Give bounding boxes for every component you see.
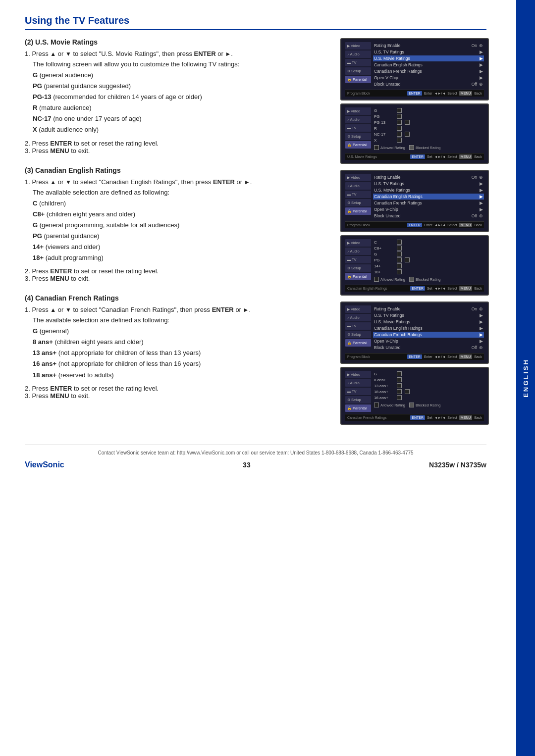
r3-18ans-label: 18 ans+ xyxy=(374,390,394,394)
r3-G-label: G xyxy=(374,372,394,376)
r2-C8-label: C8+ xyxy=(374,246,394,251)
enter-key-r3: ENTER xyxy=(410,415,425,420)
m3-us-movie-label: U.S. Movie Ratings xyxy=(374,319,480,324)
bottom-bar-2: Program Block ENTER Enter ◄►/◄ Select ME… xyxy=(345,221,484,228)
s2-tv: ▬TV xyxy=(345,191,371,198)
r3-16ans: 16 ans+ xyxy=(373,395,484,401)
s3-tv: ▬TV xyxy=(345,322,371,330)
m2-block-unrated: Block Unrated Off ⊕ xyxy=(373,213,484,219)
main-menu-3: Rating Enable On ⊕ U.S. TV Ratings ▶ U.S… xyxy=(373,305,484,351)
m3-arrow-5: ▶ xyxy=(480,339,483,344)
r1-PG-checkbox xyxy=(397,114,402,119)
step-1-canadian-french: 1. Press ▲ or ▼ to select "Canadian Fren… xyxy=(25,306,328,313)
m3-bu-value: Off xyxy=(472,345,477,350)
m3-vchip: Open V-Chip ▶ xyxy=(373,338,484,344)
menu-rating-enable: Rating Enable On ⊕ xyxy=(373,43,484,49)
r2-PG-cb1 xyxy=(397,257,402,262)
r1-NC17-label: NC-17 xyxy=(374,132,394,137)
m2-cdn-english: Canadian English Ratings ▶ xyxy=(373,194,484,200)
page-inner: Using the TV Features (2) U.S. Movie Rat… xyxy=(0,0,516,484)
cdn-english-label: Canadian English Ratings xyxy=(374,62,480,67)
m2-arrow-5: ▶ xyxy=(480,207,483,212)
page-header: Using the TV Features xyxy=(25,15,486,30)
parental-icon: 🔒 xyxy=(347,78,352,82)
blocked-legend-2: Blocked Rating xyxy=(409,277,440,282)
m2-re-value: On xyxy=(472,175,477,180)
sr3-tv-icon: ▬ xyxy=(347,390,351,393)
sr1-parental: 🔒Parental xyxy=(345,141,371,149)
legend-r1: Allowed Rating Blocked Rating xyxy=(373,143,484,151)
menu-key-2: MENU xyxy=(459,223,473,227)
rating-enable-label: Rating Enable xyxy=(374,43,472,48)
ratings-list-canadian-french: G (genenral) 8 ans+ (children eight year… xyxy=(33,326,328,380)
sidebar-r2: ▶Video ♪Audio ▬TV ⚙Setup 🔒Parental xyxy=(345,239,371,283)
sr1-parental-icon: 🔒 xyxy=(347,143,352,147)
r2-G-checkbox xyxy=(397,252,402,256)
r2-C8-checkbox xyxy=(397,246,402,251)
m2-arrow-2: ▶ xyxy=(480,188,483,193)
sidebar-parental-label: Parental xyxy=(353,77,367,82)
legend-r3: Allowed Rating Blocked Rating xyxy=(373,401,484,408)
page-footer: Contact ViewSonic service team at: http:… xyxy=(25,445,486,469)
m3-rating-enable: Rating Enable On ⊕ xyxy=(373,306,484,312)
sr2-video: ▶Video xyxy=(345,239,371,247)
tv-menu-screen-1: ▶ Video ♪ Audio ▬ TV xyxy=(340,38,489,101)
m3-arrow-4: ▶ xyxy=(480,332,483,337)
back-text-3: Back xyxy=(474,355,482,358)
bottom-keys-r2: ENTER Set ◄►/◄ Select MENU Back xyxy=(410,286,482,291)
sr1-video: ▶Video xyxy=(345,107,371,115)
r1-G-checkbox xyxy=(397,108,402,113)
set-text-r1: Set xyxy=(427,155,432,158)
s2-parental-icon: 🔒 xyxy=(347,209,352,213)
ratings-list-r2: C C8+ G PG 14+ 18+ Allowed Rating xyxy=(373,239,484,283)
setup-icon: ⚙ xyxy=(347,69,350,73)
allowed-legend: Allowed Rating xyxy=(374,145,405,150)
s3-video-icon: ▶ xyxy=(347,307,350,311)
ratings-list-r1: G PG PG-13 R NC-17 X Allowed Rating xyxy=(373,107,484,151)
r2-PG-label: PG xyxy=(374,258,394,262)
allowed-legend-3: Allowed Rating xyxy=(374,403,405,407)
ratings-list-canadian-english: C (children) C8+ (children eight years a… xyxy=(33,198,328,264)
r3-8ans-label: 8 ans+ xyxy=(374,378,394,382)
allowed-label-3: Allowed Rating xyxy=(380,403,405,407)
m2-cdn-french: Canadian French Ratings ▶ xyxy=(373,200,484,206)
nav-r2: ◄►/◄ xyxy=(434,287,446,290)
blocked-box-2 xyxy=(409,277,414,282)
r2-C8: C8+ xyxy=(373,245,484,251)
m2-rating-enable: Rating Enable On ⊕ xyxy=(373,174,484,180)
m2-re-label: Rating Enable xyxy=(374,175,472,180)
menu-us-movie: U.S. Movie Ratings ▶ xyxy=(373,55,484,61)
r2-14-checkbox xyxy=(397,263,402,268)
m3-arrow-2: ▶ xyxy=(480,319,483,324)
main-menu-2: Rating Enable On ⊕ U.S. TV Ratings ▶ U.S… xyxy=(373,174,484,219)
arrow-icon-3: ▶ xyxy=(480,62,483,67)
r1-R: R xyxy=(373,125,484,131)
m2-vchip: Open V-Chip ▶ xyxy=(373,206,484,212)
m3-us-tv-label: U.S. TV Ratings xyxy=(374,313,480,318)
settings-icon-2: ⊕ xyxy=(479,82,483,87)
m2-arrow-4: ▶ xyxy=(480,201,483,205)
select-text-3: Select xyxy=(447,355,457,358)
sr1-setup-icon: ⚙ xyxy=(347,135,350,139)
bottom-bar-3: Program Block ENTER Enter ◄►/◄ Select ME… xyxy=(345,353,484,360)
bottom-keys-3: ENTER Enter ◄►/◄ Select MENU Back xyxy=(407,354,482,359)
bottom-keys-r1: ENTER Set ◄►/◄ Select MENU Back xyxy=(410,154,482,159)
bottom-bar-1: Program Block ENTER Enter ◄►/◄ Select ME… xyxy=(345,90,484,97)
ratings-list-r3: G 8 ans+ 13 ans+ 18 ans+ 16 ans+ Allowed… xyxy=(373,371,484,412)
r1-NC17-cb xyxy=(397,132,402,137)
r3-G: G xyxy=(373,371,484,377)
r1-X-label: X xyxy=(374,138,394,143)
footer-brand: ViewSonic xyxy=(25,460,64,469)
select-r2: Select xyxy=(447,287,457,290)
enter-key-2: ENTER xyxy=(407,223,422,227)
allowed-box-2 xyxy=(374,277,379,282)
sidebar-r3: ▶Video ♪Audio ▬TV ⚙Setup 🔒Parental xyxy=(345,371,371,412)
r2-14-label: 14+ xyxy=(374,264,394,268)
arrow-icon-4: ▶ xyxy=(480,69,483,74)
m3-re-value: On xyxy=(472,306,477,311)
sidebar-tv-label: TV xyxy=(352,60,357,65)
r3-13ans-checkbox xyxy=(397,383,402,388)
select-r1: Select xyxy=(447,155,457,158)
language-label: ENGLISH xyxy=(522,358,530,398)
rating-18ans: 18 ans+ (reserved to adults) xyxy=(33,370,328,381)
